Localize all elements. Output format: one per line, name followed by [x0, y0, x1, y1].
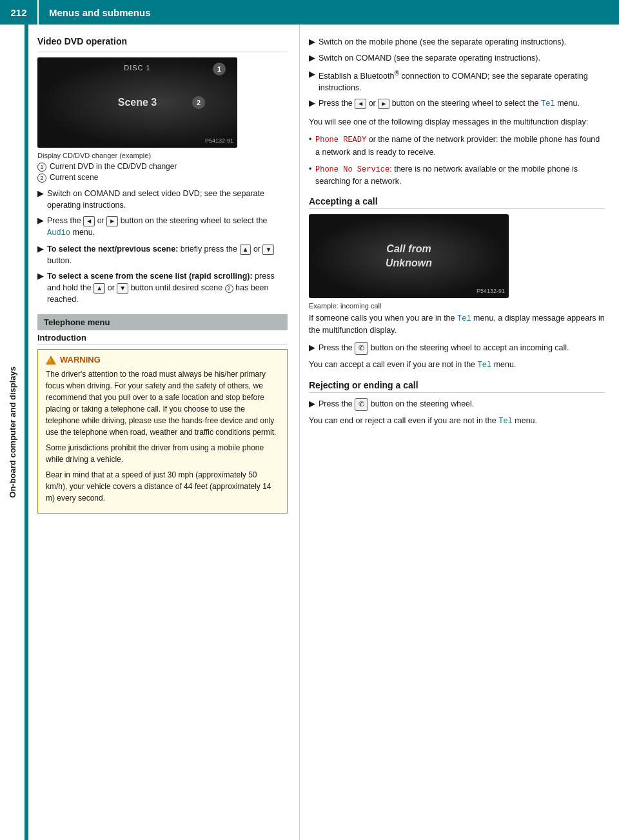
num-2: 2	[37, 174, 46, 183]
dvd-bullet-list: ▶ Switch on COMAND and select video DVD;…	[37, 188, 288, 305]
btn-up2: ▲	[93, 283, 105, 294]
right-bullet-2: ▶ Switch on COMAND (see the separate ope…	[309, 52, 605, 65]
warning-label: WARNING	[60, 355, 101, 365]
numbered-item-1: 1 Current DVD in the CD/DVD changer	[37, 162, 288, 172]
phone-noservice-text: Phone No Service	[315, 165, 389, 174]
dvd-disc-label: DISC 1	[124, 64, 150, 72]
r-btn-fwd: ►	[378, 99, 389, 109]
dvd-caption: Display CD/DVD changer (example)	[37, 152, 288, 159]
r-arrow-4: ▶	[309, 97, 315, 110]
tel-menu-text-1: Tel	[541, 99, 555, 108]
r-arrow-1: ▶	[309, 36, 315, 48]
audio-menu-text: Audio	[47, 228, 70, 237]
reject-arrow: ▶	[309, 398, 315, 411]
num-1: 1	[37, 163, 46, 172]
accepting-heading: Accepting a call	[309, 196, 605, 209]
arrow-1: ▶	[37, 188, 44, 211]
arrow-4: ▶	[37, 270, 44, 305]
sidebar-label-container: On-board computer and displays	[0, 25, 25, 840]
sidebar-label-text: On-board computer and displays	[8, 366, 17, 498]
r-btn-back: ◄	[355, 99, 366, 109]
tel-menu-ref-2: Tel	[478, 361, 492, 370]
accept-phone-icon: ✆	[355, 342, 368, 355]
btn-down2: ▼	[117, 283, 128, 294]
r-arrow-2: ▶	[309, 52, 315, 65]
dvd-badge-1: 1	[213, 63, 226, 75]
intro-heading: Introduction	[37, 333, 288, 345]
warning-para-1: The driver's attention to the road must …	[46, 368, 279, 438]
tel-menu-header: Telephone menu	[37, 314, 288, 330]
warning-para-3: Bear in mind that at a speed of just 30 …	[46, 469, 279, 504]
btn-fwd: ►	[106, 216, 118, 226]
right-bullet-list: ▶ Switch on the mobile phone (see the se…	[309, 36, 605, 110]
warning-para-2: Some jurisdictions prohibit the driver f…	[46, 442, 279, 465]
page-number: 212	[0, 0, 39, 25]
right-bullet-1: ▶ Switch on the mobile phone (see the se…	[309, 36, 605, 48]
arrow-2: ▶	[37, 215, 44, 239]
tel-menu-ref-1: Tel	[457, 314, 471, 323]
reject-bullet: ▶ Press the ✆ button on the steering whe…	[309, 398, 605, 411]
bullet-4-bold: To select a scene from the scene list (r…	[47, 272, 253, 281]
rejecting-body: You can end or reject a call even if you…	[309, 415, 605, 427]
num-1-text: Current DVD in the CD/DVD changer	[50, 162, 177, 172]
phone-ready-text: Phone READY	[315, 135, 366, 145]
warning-box: WARNING The driver's attention to the ro…	[37, 349, 288, 514]
warning-title: WARNING	[46, 355, 279, 365]
r-bullet-3-text: Establish a Bluetooth® connection to COM…	[319, 68, 605, 94]
dvd-divider	[37, 52, 288, 52]
dvd-scene-label: Scene 3	[118, 97, 157, 108]
ref-num-2: 2	[225, 285, 233, 293]
dvd-bullet-1-content: Switch on COMAND and select video DVD; s…	[47, 188, 288, 211]
r-bullet-1-text: Switch on the mobile phone (see the sepa…	[319, 36, 566, 48]
right-bullet-3: ▶ Establish a Bluetooth® connection to C…	[309, 68, 605, 94]
accepting-body-1: If someone calls you when you are in the…	[309, 312, 605, 337]
num-2-text: Current scene	[50, 173, 98, 183]
btn-back: ◄	[83, 216, 95, 226]
left-column: Video DVD operation DISC 1 Scene 3 1 2 P…	[28, 25, 299, 840]
numbered-item-2: 2 Current scene	[37, 173, 288, 183]
r-arrow-3: ▶	[309, 68, 315, 94]
warning-triangle-icon	[46, 355, 56, 365]
right-bullet-4: ▶ Press the ◄ or ► button on the steerin…	[309, 97, 605, 110]
bullet-3-bold: To select the next/previous scene:	[47, 245, 178, 254]
reject-phone-icon: ✆	[355, 398, 368, 411]
accept-bullet: ▶ Press the ✆ button on the steering whe…	[309, 342, 605, 355]
dvd-bullet-3-content: To select the next/previous scene: brief…	[47, 243, 288, 266]
tel-menu-ref-3: Tel	[498, 417, 513, 426]
dvd-bullet-2-content: Press the ◄ or ► button on the steering …	[47, 215, 288, 239]
accept-arrow: ▶	[309, 342, 315, 355]
call-watermark: P54132-91	[477, 288, 505, 294]
dot-bullet-2: Phone No Service: there is no network av…	[309, 163, 605, 188]
arrow-3: ▶	[37, 243, 44, 266]
header-bar: 212 Menus and submenus	[0, 0, 619, 25]
right-column: ▶ Switch on the mobile phone (see the se…	[299, 25, 619, 840]
dvd-bullet-2: ▶ Press the ◄ or ► button on the steerin…	[37, 215, 288, 239]
r-bullet-4-content: Press the ◄ or ► button on the steering …	[319, 97, 580, 110]
dvd-badge-2: 2	[192, 96, 205, 109]
dvd-image: DISC 1 Scene 3 1 2 P54132-91	[37, 57, 237, 148]
rejecting-heading: Rejecting or ending a call	[309, 380, 605, 393]
call-image-inner: Call from Unknown	[309, 214, 509, 298]
accept-bullet-content: Press the ✆ button on the steering wheel…	[319, 342, 569, 355]
call-text-overlay: Call from Unknown	[386, 242, 432, 271]
dvd-bullet-4-content: To select a scene from the scene list (r…	[47, 270, 288, 305]
main-content: On-board computer and displays Video DVD…	[0, 25, 619, 840]
call-caption: Example: incoming call	[309, 302, 605, 310]
r-bullet-2-text: Switch on COMAND (see the separate opera…	[319, 52, 540, 65]
dvd-watermark: P54132-91	[205, 137, 233, 144]
dvd-bullet-1: ▶ Switch on COMAND and select video DVD;…	[37, 188, 288, 211]
btn-down: ▼	[262, 245, 274, 255]
video-dvd-title: Video DVD operation	[37, 36, 288, 46]
display-messages-text: You will see one of the following displa…	[309, 116, 605, 128]
dot-bullet-1: Phone READY or the name of the network p…	[309, 134, 605, 158]
btn-up: ▲	[240, 245, 251, 255]
dvd-image-inner: DISC 1 Scene 3 1 2 P54132-91	[37, 57, 237, 148]
call-image: Call from Unknown P54132-91	[309, 214, 509, 298]
accepting-body-2: You can accept a call even if you are no…	[309, 359, 605, 371]
header-title: Menus and submenus	[39, 7, 151, 18]
dvd-bullet-3: ▶ To select the next/previous scene: bri…	[37, 243, 288, 266]
reject-bullet-content: Press the ✆ button on the steering wheel…	[319, 398, 474, 411]
dvd-bullet-4: ▶ To select a scene from the scene list …	[37, 270, 288, 305]
